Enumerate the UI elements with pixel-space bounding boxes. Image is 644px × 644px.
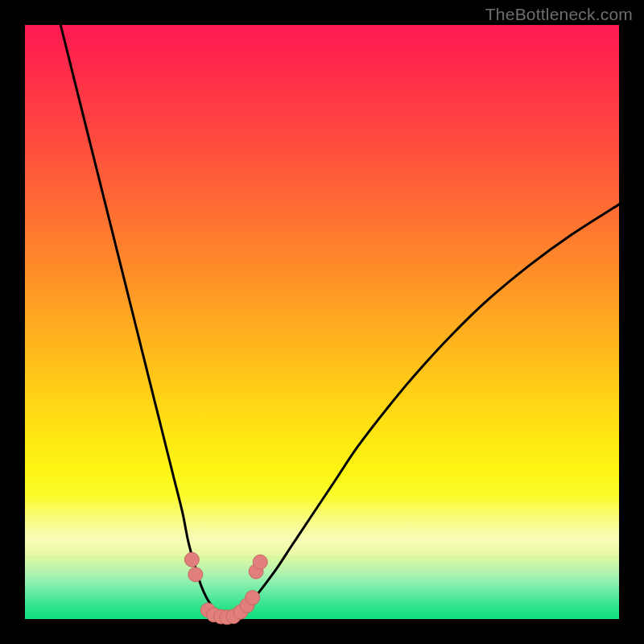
data-marker: [246, 590, 260, 605]
data-marker: [184, 552, 199, 567]
chart-frame: TheBottleneck.com: [0, 0, 644, 644]
data-marker: [253, 555, 267, 569]
curve-layer: [60, 25, 619, 617]
data-marker: [188, 568, 203, 582]
marker-layer: [184, 552, 267, 625]
bottleneck-curve-left-curve: [60, 25, 224, 617]
chart-svg: [25, 25, 619, 619]
watermark-text: TheBottleneck.com: [485, 5, 633, 24]
bottleneck-curve-right-curve: [233, 204, 619, 617]
